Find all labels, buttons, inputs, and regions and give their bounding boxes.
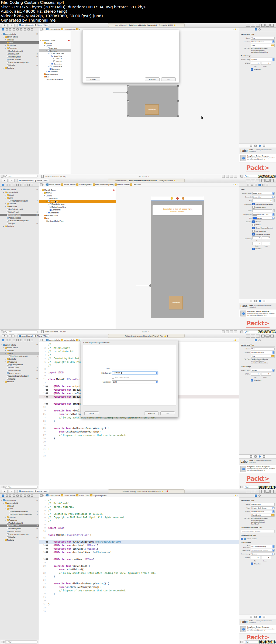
subclass-combo-box[interactable]: UIImage [112, 372, 158, 374]
source-control-icon[interactable] [6, 339, 8, 341]
tree-row[interactable]: ▾Model [0, 505, 39, 507]
attributes-icon[interactable] [258, 184, 261, 186]
code-line[interactable]: 12 [39, 537, 239, 540]
code-line[interactable]: 29 [39, 440, 239, 444]
tree-row[interactable]: ▾Desc Label View [39, 52, 71, 55]
location-dropdown[interactable]: Relative to Group [251, 510, 275, 513]
back-icon[interactable]: ‹ [43, 494, 44, 497]
disclosure-icon[interactable]: ▾ [40, 189, 42, 191]
code-line[interactable]: 32 [39, 451, 239, 454]
disclosure-icon[interactable]: ▾ [42, 192, 43, 194]
embed-in-stack-icon[interactable] [222, 175, 225, 178]
jumpbar-item[interactable]: M [76, 28, 80, 30]
tree-row[interactable]: Main.storyboardM [0, 214, 39, 217]
scheme-selector[interactable]: coreml-tutorial › iPhone 7 Plus [17, 23, 49, 27]
standard-editor-icon[interactable] [246, 24, 250, 27]
error-count[interactable]: 1 [169, 490, 170, 492]
device-config-icon[interactable] [41, 330, 44, 333]
code-line[interactable]: 5// Created by Paul Defilippi on 8/19/17… [39, 512, 239, 516]
embed-in-stack-icon[interactable] [222, 330, 225, 333]
language-dropdown[interactable]: Swift [112, 380, 158, 383]
forward-icon[interactable]: › [45, 494, 46, 497]
version-editor-icon[interactable] [256, 24, 260, 27]
checkbox[interactable] [252, 230, 255, 233]
library-item-gesture-recognizer[interactable]: Long Press Gesture Recognizer - Recogniz… [239, 154, 276, 162]
outlet-connector-icon[interactable] [46, 548, 48, 550]
related-items-icon[interactable] [40, 28, 43, 30]
indent-dropdown[interactable]: Spaces [251, 553, 275, 556]
tree-row[interactable]: ▾View [0, 352, 39, 355]
disclosure-icon[interactable]: ▾ [1, 33, 2, 35]
tree-row[interactable]: Assets.xcassets [0, 58, 39, 61]
number-field-group[interactable]: 0X [252, 236, 261, 241]
run-button[interactable] [2, 23, 8, 27]
code-line[interactable]: 11class MainVC: UIViewController { [39, 533, 239, 537]
source-control-icon[interactable] [6, 28, 8, 30]
tree-row[interactable]: ▾Model [0, 194, 39, 197]
project-navigator-icon[interactable] [2, 28, 4, 30]
tree-row[interactable]: RndShadowView.swiftA [0, 510, 39, 513]
previous-button[interactable]: Previous [145, 77, 160, 81]
inspector-toggle-icon[interactable] [270, 335, 274, 338]
tree-row[interactable]: ▸Products [0, 67, 39, 70]
navigator-toggle-icon[interactable] [261, 335, 265, 338]
standard-editor-icon[interactable] [246, 335, 250, 338]
jumpbar-item[interactable]: coreml-tutorial [46, 183, 60, 186]
standard-editor-icon[interactable] [246, 179, 250, 182]
navigator-filter-input[interactable]: Filter [4, 175, 38, 178]
run-button[interactable] [2, 490, 8, 493]
disclosure-icon[interactable]: ▾ [5, 194, 6, 196]
disclosure-icon[interactable]: ▸ [49, 63, 51, 64]
code-snippet-icon[interactable] [254, 616, 257, 618]
code-line[interactable]: 26 super.didReceiveMemoryWarning() [39, 430, 239, 433]
debug-icon[interactable] [24, 339, 26, 341]
object-icon[interactable] [259, 455, 261, 458]
search-icon[interactable] [13, 339, 15, 341]
breakpoints-icon[interactable] [27, 339, 30, 341]
tree-row[interactable]: ▸Constraints [39, 62, 71, 65]
code-line[interactable]: 33 [39, 454, 239, 458]
symbols-icon[interactable] [9, 184, 11, 186]
tree-row[interactable]: MainVC.swiftR [0, 366, 39, 369]
project-navigator-icon[interactable] [2, 184, 4, 186]
library-item-label[interactable]: Label Label - A variably sized amount of… [239, 459, 276, 465]
code-line[interactable]: 18 @IBOutlet var camView: UIView! [39, 557, 239, 561]
tab-width-stepper[interactable]: 4 [251, 373, 260, 376]
wrap-lines-checkbox[interactable]: ✓ [251, 563, 253, 565]
warning-count[interactable]: 1 [165, 490, 166, 492]
quick-help-icon[interactable] [258, 339, 261, 341]
reports-icon[interactable] [31, 495, 33, 497]
code-line[interactable]: 26 super.didReceiveMemoryWarning() [39, 585, 239, 589]
code-line[interactable]: 23 } [39, 420, 239, 423]
tree-row[interactable]: RndShadowView.swiftA [0, 355, 39, 358]
tree-row[interactable]: ▾Resources [0, 360, 39, 363]
add-file-icon[interactable] [1, 330, 4, 333]
jumpbar-item[interactable]: Main.storyboard [76, 183, 92, 186]
jumpbar-item[interactable]: coreml-tutorial [61, 339, 75, 341]
add-file-icon[interactable] [1, 641, 4, 643]
exit-icon[interactable] [182, 197, 184, 200]
disclosure-icon[interactable]: ▾ [47, 53, 49, 54]
tree-row[interactable]: ▸Desc Label View [39, 203, 116, 206]
code-line[interactable]: 2// MainVC.swift [39, 502, 239, 505]
file-icon[interactable] [255, 495, 257, 497]
previous-button[interactable]: Previous [144, 411, 159, 415]
resize-handle[interactable] [127, 85, 129, 87]
related-items-icon[interactable] [40, 183, 43, 186]
disclosure-icon[interactable]: ▸ [3, 539, 4, 541]
align-icon[interactable] [226, 330, 229, 333]
number-field-group[interactable]: 1Height [262, 242, 270, 247]
object-icon[interactable] [259, 616, 261, 618]
jumpbar-item[interactable]: M [76, 339, 80, 341]
disclosure-icon[interactable]: ▾ [46, 200, 47, 202]
tree-row[interactable]: MainVC.swiftR [0, 524, 39, 527]
location-dropdown[interactable]: Relative to Group [251, 40, 275, 43]
debug-icon[interactable] [24, 28, 26, 30]
warning-count[interactable]: 1 [177, 180, 178, 182]
related-items-icon[interactable] [40, 339, 43, 341]
tree-row[interactable]: ▾MainVC Scene [39, 39, 71, 42]
tree-row[interactable]: Safe Area [39, 197, 116, 200]
issues-icon[interactable] [16, 184, 19, 186]
forward-icon[interactable]: › [45, 183, 46, 186]
outlet-connector-icon[interactable] [46, 389, 48, 391]
